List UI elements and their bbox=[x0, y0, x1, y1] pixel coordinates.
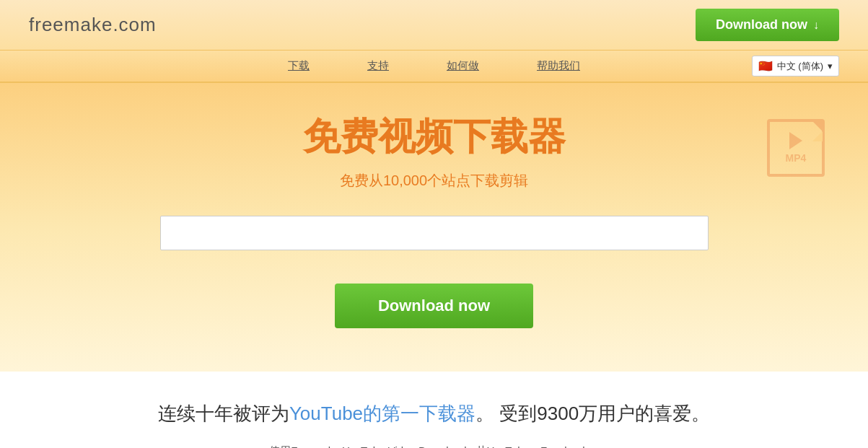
flag-icon: 🇨🇳 bbox=[758, 59, 773, 73]
bottom-section: 连续十年被评为YouTube的第一下载器。 受到9300万用户的喜爱。 使用Fr… bbox=[0, 372, 868, 448]
tagline-suffix: 。 受到9300万用户的喜爱。 bbox=[475, 403, 710, 424]
main-download-label: Download now bbox=[378, 297, 490, 315]
nav-item-download[interactable]: 下载 bbox=[288, 59, 310, 73]
header-download-arrow: ↓ bbox=[813, 19, 819, 32]
tagline-highlight: YouTube的第一下载器 bbox=[289, 403, 475, 424]
header: freemake.com Download now ↓ bbox=[0, 0, 868, 50]
tagline: 连续十年被评为YouTube的第一下载器。 受到9300万用户的喜爱。 bbox=[29, 400, 839, 426]
header-download-label: Download now bbox=[716, 17, 807, 32]
description: 使用Freemake YouTube Video Downloader从YouT… bbox=[146, 441, 723, 448]
tagline-prefix: 连续十年被评为 bbox=[158, 403, 289, 424]
nav-item-howto[interactable]: 如何做 bbox=[447, 59, 479, 73]
nav-item-help[interactable]: 帮助我们 bbox=[537, 59, 580, 73]
play-triangle-icon bbox=[789, 132, 802, 149]
url-search-input[interactable] bbox=[160, 216, 709, 250]
mp4-icon-decoration: MP4 bbox=[767, 119, 825, 188]
mp4-label: MP4 bbox=[786, 152, 807, 164]
nav-item-support[interactable]: 支持 bbox=[367, 59, 389, 73]
nav-bar: 下载 支持 如何做 帮助我们 🇨🇳 中文 (简体) ▾ bbox=[0, 50, 868, 83]
logo-text: freemake.com bbox=[29, 14, 157, 35]
hero-section: 免费视频下载器 免费从10,000个站点下载剪辑 Download now MP… bbox=[0, 83, 868, 372]
hero-title: 免费视频下载器 bbox=[29, 112, 839, 162]
logo: freemake.com bbox=[29, 14, 157, 36]
icon-fold-decoration bbox=[812, 121, 823, 141]
main-download-button[interactable]: Download now bbox=[335, 284, 533, 328]
header-download-button[interactable]: Download now ↓ bbox=[696, 9, 839, 41]
chevron-down-icon: ▾ bbox=[828, 61, 833, 71]
hero-subtitle: 免费从10,000个站点下载剪辑 bbox=[29, 171, 839, 190]
lang-label: 中文 (简体) bbox=[777, 60, 823, 73]
desc-line1: 使用Freemake YouTube Video Downloader从YouT… bbox=[269, 444, 599, 448]
language-selector[interactable]: 🇨🇳 中文 (简体) ▾ bbox=[752, 56, 839, 76]
